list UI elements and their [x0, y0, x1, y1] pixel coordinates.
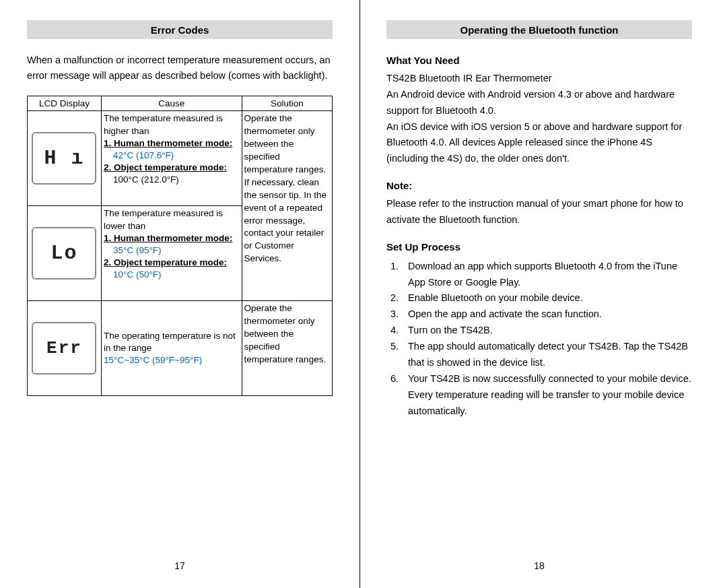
cause-lo-m1-val: 35°C (95°F)	[104, 244, 240, 257]
lcd-text-err: Err	[46, 338, 82, 358]
setup-step: Turn on the TS42B.	[401, 323, 692, 339]
cause-lo-m2-val: 10°C (50°F)	[104, 269, 240, 281]
setup-heading: Set Up Process	[386, 239, 692, 256]
cause-err-val: 15°C~35°C (59°F~95°F)	[104, 355, 202, 365]
need-line-1: TS42B Bluetooth IR Ear Thermometer	[386, 71, 692, 87]
need-line-3: An iOS device with iOS version 5 or abov…	[386, 119, 692, 168]
lcd-text-lo: Lo	[50, 242, 77, 265]
lcd-display-icon: Lo	[32, 227, 96, 280]
th-solution: Solution	[242, 96, 332, 111]
what-you-need-heading: What You Need	[386, 53, 692, 69]
section-header-error-codes: Error Codes	[27, 20, 333, 39]
cause-err-lead: The operating temperature is not in the …	[104, 331, 236, 353]
solution-err: Operate the thermometer only between the…	[242, 301, 332, 396]
setup-block: Set Up Process Download an app which sup…	[386, 239, 692, 420]
cause-hi-m2-val: 100°C (212.0°F)	[104, 174, 240, 186]
setup-step: Enable Bluetooth on your mobile device.	[401, 290, 692, 306]
setup-step: The app should automatically detect your…	[401, 339, 692, 371]
section-header-bluetooth: Operating the Bluetooth function	[386, 20, 692, 39]
page-left: Error Codes When a malfunction or incorr…	[0, 0, 360, 588]
cause-hi-lead: The temperature measured is higher than	[104, 113, 223, 135]
cause-err: The operating temperature is not in the …	[101, 301, 242, 396]
cause-lo-m1-label: 1. Human thermometer mode:	[104, 233, 232, 243]
page-number-left: 17	[0, 560, 360, 571]
cause-hi: The temperature measured is higher than …	[101, 111, 242, 206]
need-line-2: An Android device with Android version 4…	[386, 87, 692, 119]
cause-hi-m2-label: 2. Object temperature mode:	[104, 162, 227, 172]
setup-steps-list: Download an app which supports Bluetooth…	[386, 259, 692, 420]
cause-hi-m1-val: 42°C (107.6°F)	[104, 150, 240, 162]
lcd-cell-lo: Lo	[28, 206, 102, 301]
th-cause: Cause	[101, 96, 242, 111]
lcd-display-icon: H ı	[32, 132, 96, 185]
note-block: Note: Please refer to the instruction ma…	[386, 178, 692, 228]
page-number-right: 18	[360, 560, 719, 571]
setup-step: Download an app which supports Bluetooth…	[401, 259, 692, 291]
note-heading: Note:	[386, 178, 692, 195]
lcd-cell-err: Err	[28, 301, 102, 396]
solution-shared: Operate the thermometer only between the…	[242, 111, 332, 301]
setup-step: Open the app and activate the scan funct…	[401, 306, 692, 323]
lcd-display-icon: Err	[32, 322, 96, 374]
setup-step: Your TS42B is now successfully connected…	[401, 371, 692, 420]
cause-hi-m1-label: 1. Human thermometer mode:	[104, 138, 232, 148]
lcd-text-hi: H ı	[44, 147, 84, 170]
cause-lo-lead: The temperature measured is lower than	[104, 208, 223, 230]
cause-lo: The temperature measured is lower than 1…	[101, 206, 242, 301]
error-codes-table: LCD Display Cause Solution H ı The tempe…	[27, 96, 333, 396]
page-right: Operating the Bluetooth function What Yo…	[360, 0, 719, 588]
cause-lo-m2-label: 2. Object temperature mode:	[104, 257, 227, 267]
what-you-need-block: What You Need TS42B Bluetooth IR Ear The…	[386, 53, 692, 167]
th-lcd: LCD Display	[28, 96, 102, 111]
error-codes-intro: When a malfunction or incorrect temperat…	[27, 53, 333, 84]
lcd-cell-hi: H ı	[28, 111, 102, 206]
note-body: Please refer to the instruction manual o…	[386, 196, 692, 228]
